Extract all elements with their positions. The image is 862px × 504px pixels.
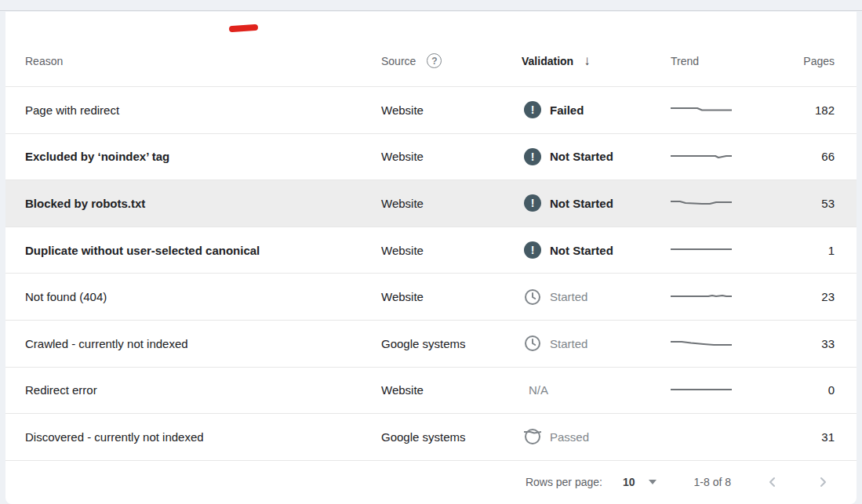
table-row[interactable]: Excluded by ‘noindex’ tag Website ! Not …	[5, 134, 857, 181]
source-cell: Website	[381, 244, 522, 257]
table-header-row: Reason Source ? Validation ↓ Trend Pages	[5, 12, 857, 87]
validation-status-label: Started	[550, 337, 587, 350]
validation-cell: Passed	[522, 428, 671, 445]
validation-cell: Started	[522, 288, 671, 306]
pages-cell: 31	[765, 430, 835, 444]
table-row[interactable]: Blocked by robots.txt Website ! Not Star…	[5, 180, 857, 227]
exclamation-badge-icon: !	[524, 241, 541, 259]
validation-status-label: Started	[550, 290, 587, 303]
pages-header-label: Pages	[803, 55, 835, 67]
trend-sparkline	[671, 433, 732, 441]
reason-header-label: Reason	[25, 55, 63, 67]
validation-header-label: Validation	[522, 55, 573, 67]
table-row[interactable]: Page with redirect Website ! Failed 182	[5, 87, 857, 134]
validation-cell: ! Failed	[522, 101, 671, 118]
validation-status-label: Not Started	[550, 197, 613, 210]
table-body: Page with redirect Website ! Failed 182 …	[5, 87, 857, 461]
trend-cell	[671, 153, 765, 161]
previous-page-button[interactable]	[764, 473, 781, 491]
validation-cell: ! Not Started	[522, 194, 671, 212]
validation-cell: N/A	[522, 383, 671, 397]
source-cell: Website	[381, 103, 522, 117]
table-row[interactable]: Duplicate without user-selected canonica…	[5, 227, 857, 274]
trend-sparkline	[671, 106, 732, 114]
source-cell: Website	[381, 290, 522, 303]
validation-status-label: Not Started	[550, 244, 613, 257]
reason-cell: Page with redirect	[25, 103, 381, 117]
pages-cell: 1	[765, 244, 835, 257]
validation-cell: Started	[522, 335, 671, 352]
table-row[interactable]: Discovered - currently not indexed Googl…	[5, 414, 857, 461]
trend-sparkline	[671, 246, 732, 254]
table-row[interactable]: Crawled - currently not indexed Google s…	[5, 321, 857, 368]
trend-header-label: Trend	[671, 55, 699, 67]
trend-cell	[671, 106, 765, 114]
trend-cell	[671, 339, 765, 347]
pages-cell: 23	[765, 290, 835, 303]
rows-per-page-value: 10	[623, 476, 635, 488]
pages-cell: 0	[765, 383, 835, 397]
sort-descending-icon: ↓	[584, 54, 591, 67]
trend-sparkline	[671, 293, 732, 301]
source-cell: Website	[381, 197, 522, 210]
pagination-footer: Rows per page: 10 1-8 of 8	[5, 461, 857, 503]
page-range-label: 1-8 of 8	[694, 476, 731, 488]
reason-cell: Blocked by robots.txt	[25, 197, 381, 210]
trend-cell	[671, 246, 765, 254]
pages-cell: 33	[765, 337, 835, 350]
pages-cell: 53	[765, 197, 835, 210]
reason-cell: Discovered - currently not indexed	[25, 430, 381, 444]
validation-column-header[interactable]: Validation ↓	[522, 54, 671, 67]
source-cell: Website	[381, 383, 522, 397]
source-cell: Google systems	[381, 430, 522, 444]
validation-status-label: Failed	[550, 103, 584, 117]
exclamation-badge-icon: !	[524, 101, 541, 118]
rows-per-page-label: Rows per page:	[526, 476, 602, 488]
trend-sparkline	[671, 339, 732, 347]
trend-cell	[671, 293, 765, 301]
pages-column-header[interactable]: Pages	[765, 55, 835, 67]
index-coverage-table-card: Reason Source ? Validation ↓ Trend Pages…	[5, 12, 857, 504]
source-cell: Google systems	[381, 337, 522, 350]
validation-status-label: N/A	[529, 383, 548, 397]
next-page-button[interactable]	[814, 473, 831, 491]
reason-cell: Redirect error	[25, 383, 381, 397]
pages-cell: 182	[765, 103, 835, 117]
trend-sparkline	[671, 199, 732, 207]
clock-icon	[524, 288, 541, 306]
reason-cell: Crawled - currently not indexed	[25, 337, 381, 350]
reason-cell: Not found (404)	[25, 290, 381, 303]
trend-cell	[671, 199, 765, 207]
page-top-divider	[0, 0, 862, 11]
check-circle-icon	[524, 428, 541, 445]
chevron-left-icon	[767, 477, 778, 488]
source-header-label: Source	[381, 55, 416, 67]
table-row[interactable]: Not found (404) Website Started 23	[5, 274, 857, 321]
trend-cell	[671, 433, 765, 441]
table-row[interactable]: Redirect error Website N/A 0	[5, 368, 857, 415]
rows-per-page-select[interactable]: 10	[623, 476, 657, 488]
pages-cell: 66	[765, 150, 835, 163]
validation-cell: ! Not Started	[522, 148, 671, 165]
reason-column-header[interactable]: Reason	[25, 55, 381, 67]
trend-column-header[interactable]: Trend	[671, 55, 765, 67]
source-cell: Website	[381, 150, 522, 163]
help-icon[interactable]: ?	[427, 53, 442, 68]
reason-cell: Duplicate without user-selected canonica…	[25, 244, 381, 257]
reason-cell: Excluded by ‘noindex’ tag	[25, 150, 381, 163]
dropdown-arrow-icon	[649, 480, 657, 484]
validation-cell: ! Not Started	[522, 241, 671, 259]
trend-cell	[671, 386, 765, 394]
validation-status-label: Not Started	[550, 150, 613, 163]
chevron-right-icon	[817, 477, 828, 488]
exclamation-badge-icon: !	[524, 194, 541, 212]
trend-sparkline	[671, 386, 732, 394]
validation-status-label: Passed	[550, 430, 589, 444]
clock-icon	[524, 335, 541, 352]
exclamation-badge-icon: !	[524, 148, 541, 165]
trend-sparkline	[671, 153, 732, 161]
source-column-header[interactable]: Source ?	[381, 53, 522, 68]
